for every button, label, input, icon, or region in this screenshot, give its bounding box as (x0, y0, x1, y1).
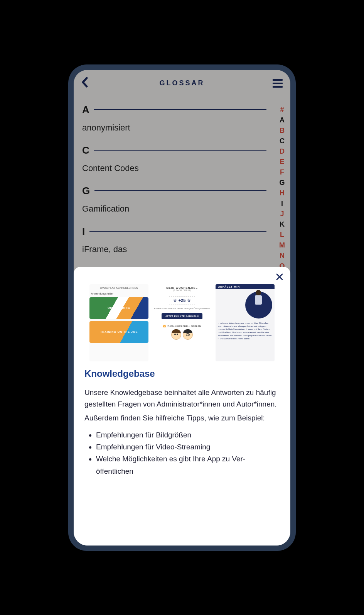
preview-heading: OVOS PLAY KENNENLERNEN (89, 286, 148, 290)
close-button[interactable] (276, 272, 283, 283)
chevron-left-icon (81, 77, 88, 88)
alpha-index-letter[interactable]: # (279, 105, 285, 115)
preview-sub: Erhalte 25 Punkte mit deiner heutigen Üb… (154, 307, 210, 310)
preview-card: TRAINING ON THE JOB (89, 321, 148, 343)
glossary-section: C Content Codes (82, 144, 282, 173)
preview-col-1: OVOS PLAY KENNENLERNEN Anwendungsfelder … (89, 284, 148, 361)
alpha-index-letter[interactable]: F (279, 167, 285, 178)
back-button[interactable] (81, 76, 88, 91)
section-letter: A (82, 104, 89, 116)
glossary-entry[interactable]: Gamification (82, 204, 282, 214)
points-box: ☆+25☆ (169, 296, 195, 305)
alpha-index-letter[interactable]: G (279, 178, 285, 188)
glossary-section: G Gamification (82, 185, 282, 214)
avatar-icon (171, 330, 181, 340)
page-title: GLOSSAR (159, 79, 204, 87)
alpha-index-letter[interactable]: I (279, 198, 285, 209)
detail-sheet: OVOS PLAY KENNENLERNEN Anwendungsfelder … (74, 267, 290, 546)
section-letter: I (82, 225, 85, 237)
alpha-index[interactable]: #ABCDEFGHIJKLMNO (279, 105, 285, 271)
glossary-list: A anonymisiert C Content Codes G Gamific… (74, 97, 290, 254)
shuffle-row: 🔀ZUFÄLLIGES DUELL SPIELEN (163, 325, 201, 327)
alpha-index-letter[interactable]: A (279, 115, 285, 125)
divider (94, 109, 266, 110)
alpha-index-letter[interactable]: D (279, 146, 285, 157)
close-icon (276, 273, 283, 281)
glossary-section: A anonymisiert (82, 104, 282, 133)
phone-frame: GLOSSAR A anonymisiert C Con (68, 64, 296, 551)
glossary-section: I iFrame, das (82, 225, 282, 254)
alpha-index-letter[interactable]: L (279, 230, 285, 240)
sheet-bullet-list: Empfehlungen für Bildgrößen Empfehlungen… (84, 429, 280, 477)
preview-image: OVOS PLAY KENNENLERNEN Anwendungsfelder … (89, 284, 275, 361)
section-letter: G (82, 185, 90, 197)
preview-bar: GEFÄLLT MIR (216, 284, 275, 289)
preview-card: ONBOARDING (89, 297, 148, 319)
alpha-index-letter[interactable]: J (279, 209, 285, 219)
divider (89, 231, 266, 232)
phone-screen: GLOSSAR A anonymisiert C Con (74, 70, 290, 546)
avatars (171, 330, 193, 340)
glossary-entry[interactable]: iFrame, das (82, 244, 282, 254)
preview-heading: MEIN WOCHENZIEL (166, 286, 198, 289)
sheet-paragraph: Unsere Knowledgebase beinhaltet alle Ant… (84, 387, 280, 410)
alpha-index-letter[interactable]: N (279, 251, 285, 261)
menu-button[interactable] (273, 79, 283, 88)
list-item: Welche Möglichkeiten es gibt Ihre App zu… (96, 453, 280, 477)
preview-col-2: MEIN WOCHENZIEL (3 TAGE ÜBRIG) ☆+25☆ Erh… (152, 284, 211, 361)
list-item: Empfehlungen für Video-Streaming (96, 441, 280, 453)
sheet-paragraph: Außerdem finden Sie hilfreiche Tipps, wi… (84, 412, 280, 424)
sheet-title: Knowledgebase (84, 368, 280, 379)
glossary-entry[interactable]: Content Codes (82, 163, 282, 173)
glossary-entry[interactable]: anonymisiert (82, 123, 282, 133)
hamburger-icon (273, 79, 283, 81)
alpha-index-letter[interactable]: K (279, 219, 285, 230)
divider (94, 150, 266, 151)
alpha-index-letter[interactable]: E (279, 157, 285, 167)
app-header: GLOSSAR (74, 70, 290, 97)
preview-sub: (3 TAGE ÜBRIG) (173, 289, 190, 291)
section-letter: C (82, 144, 89, 156)
illustration (216, 289, 275, 320)
alpha-index-letter[interactable]: B (279, 125, 285, 136)
divider (94, 190, 266, 191)
preview-button: JETZT PUNKTE SAMMELN (162, 313, 203, 319)
preview-label: Anwendungsfelder (89, 292, 148, 295)
avatar-icon (183, 330, 193, 340)
alpha-index-letter[interactable]: C (279, 136, 285, 146)
preview-text: h bei ovos informieren wir unser m über … (216, 320, 275, 342)
preview-col-3: GEFÄLLT MIR h bei ovos informieren wir u… (216, 284, 275, 361)
alpha-index-letter[interactable]: M (279, 240, 285, 251)
list-item: Empfehlungen für Bildgrößen (96, 429, 280, 441)
alpha-index-letter[interactable]: H (279, 188, 285, 198)
